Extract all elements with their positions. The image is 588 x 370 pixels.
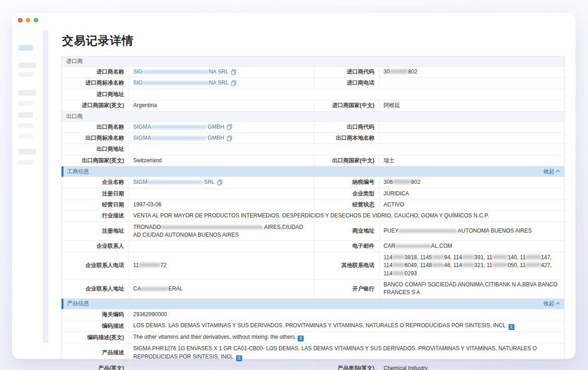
- field-value: 阿根廷: [379, 100, 564, 111]
- copy-icon[interactable]: [227, 124, 232, 130]
- chevron-up-icon: [556, 170, 560, 174]
- maximize-window-icon[interactable]: [34, 18, 38, 23]
- window-controls: [18, 18, 38, 23]
- field-label: 企业名称: [62, 177, 129, 188]
- field-label: 进口商标准名称: [62, 78, 129, 88]
- table-row: 进口商地址: [62, 89, 564, 100]
- minimize-window-icon[interactable]: [26, 18, 30, 23]
- field-value: JURIDICA: [379, 188, 564, 199]
- table-row: 进口商标准名称 SIGxxxxxxxxxxxxxxxxxxxxxxxxNA SR…: [62, 78, 564, 89]
- field-label: 出口商本地名称: [314, 133, 379, 143]
- table-row: 进口商国家(英文) Argentina 进口商国家(中文) 阿根廷: [62, 100, 564, 111]
- table-row: 出口商地址: [62, 144, 564, 155]
- field-label: 编码描述: [62, 320, 129, 331]
- browser-window: 交易记录详情 进口商 进口商名称 SIGxxxxxxxxxxxxxxxxxxxx…: [12, 13, 576, 359]
- sidebar-item-placeholder[interactable]: [18, 112, 33, 118]
- company-name-link[interactable]: SIGMxxxxxxxxxxxxxxxxxxxx SRL: [133, 178, 222, 186]
- field-value: 11400003818, 1145000094, 1140000391, 110…: [379, 252, 564, 279]
- field-value: SIGMAxxxxxxxxxxxxxxxxxxxx GMBH: [129, 122, 314, 132]
- table-row: 出口商国家(英文) Switzerland 出口商国家(中文) 瑞士: [62, 155, 564, 166]
- section-title: 出口商: [66, 113, 83, 120]
- field-label: 海关编码: [62, 309, 129, 320]
- field-label: 企业类型: [314, 188, 379, 199]
- field-value: [379, 122, 564, 132]
- field-label: 出口商代码: [314, 122, 379, 132]
- field-label: 进口商代码: [314, 67, 379, 77]
- table-row: 出口商标准名称 SIGMAxxxxxxxxxxxxxxxxxxxx GMBH 出…: [62, 133, 564, 144]
- field-label: 经营状态: [314, 199, 379, 210]
- copy-icon[interactable]: [227, 136, 232, 141]
- sidebar-item-placeholder[interactable]: [18, 101, 33, 106]
- field-label: 其他联系电话: [314, 252, 379, 279]
- exporter-name-link[interactable]: SIGMAxxxxxxxxxxxxxxxxxxxx GMBH: [133, 123, 232, 131]
- sidebar-divider: [43, 30, 48, 343]
- collapse-button[interactable]: 收起: [543, 300, 560, 307]
- field-value: [379, 133, 564, 143]
- section-header-importer: 进口商: [62, 57, 564, 67]
- table-row: 注册地址 TRONADOxxxxxxxxxxxxxxxxxxxxxxxxxxxx…: [62, 222, 564, 241]
- page-title: 交易记录详情: [62, 33, 565, 48]
- field-value: [129, 241, 314, 251]
- field-label: 出口商名称: [62, 122, 129, 132]
- field-value: SIGMAxxxxxxxxxxxxxxxxxxxx GMBH: [129, 133, 314, 143]
- table-row: 经营日期 1997-03-06 经营状态 ACTIVO: [62, 199, 564, 211]
- sidebar-item-placeholder[interactable]: [18, 72, 33, 77]
- table-row: 企业联系人电话 11000000072 其他联系电话 11400003818, …: [62, 252, 564, 279]
- field-label: 出口商国家(中文): [314, 155, 379, 166]
- field-label: 纳税编号: [314, 177, 379, 188]
- field-label: 企业联系人地址: [62, 279, 129, 298]
- sidebar-item-placeholder[interactable]: [18, 63, 36, 68]
- field-value: SIGxxxxxxxxxxxxxxxxxxxxxxxxNA SRL: [129, 67, 314, 77]
- sidebar-item-active-placeholder[interactable]: [18, 45, 33, 51]
- table-row: 企业名称 SIGMxxxxxxxxxxxxxxxxxxxx SRL 纳税编号 3…: [62, 177, 564, 188]
- exporter-std-name-link[interactable]: SIGMAxxxxxxxxxxxxxxxxxxxx GMBH: [133, 134, 232, 142]
- table-row: 注册日期 企业类型 JURIDICA: [62, 188, 564, 199]
- close-window-icon[interactable]: [18, 18, 23, 23]
- collapse-button[interactable]: 收起: [543, 168, 560, 176]
- section-title: 工商信息: [67, 168, 89, 176]
- field-label: 出口商标准名称: [62, 133, 129, 143]
- table-row: 产品(英文) 产品类别(英文) Chemical Industry: [62, 363, 564, 370]
- copy-icon[interactable]: [231, 69, 236, 75]
- sidebar-item-placeholder[interactable]: [18, 149, 36, 154]
- sidebar-item-placeholder[interactable]: [18, 123, 33, 128]
- field-value: BANCO COMAFI SOCIEDAD ANONIMA,CITIBANK N…: [379, 279, 564, 298]
- table-row: 企业联系人 电子邮件 CARxxxxxxxxxxxxxAL.COM: [62, 241, 564, 252]
- table-row: 企业联系人地址 CAxxxxxxxxxxERAL 开户银行 BANCO COMA…: [62, 279, 564, 299]
- field-value: SIGMxxxxxxxxxxxxxxxxxxxx SRL: [129, 177, 314, 188]
- table-row: 出口商名称 SIGMAxxxxxxxxxxxxxxxxxxxx GMBH 出口商…: [62, 122, 564, 133]
- field-value: LOS DEMAS. LAS DEMAS VITAMINAS Y SUS DER…: [129, 320, 564, 331]
- field-value: Switzerland: [129, 155, 314, 166]
- field-label: 进口商电话: [314, 78, 379, 88]
- field-label: 进口商国家(英文): [62, 100, 129, 111]
- field-value: [129, 188, 314, 199]
- field-value: The other vitamins and their derivatives…: [129, 332, 564, 343]
- importer-std-name-link[interactable]: SIGxxxxxxxxxxxxxxxxxxxxxxxxNA SRL: [133, 79, 236, 87]
- copy-icon[interactable]: [217, 180, 222, 185]
- sidebar-item-placeholder[interactable]: [18, 160, 33, 165]
- field-label: 产品类别(英文): [314, 363, 379, 370]
- field-value: PUEYxxxxxxxxxxxxxxxxxxxxx AUTONOMA BUENO…: [379, 222, 564, 241]
- copy-icon[interactable]: [231, 80, 236, 86]
- table-row: 进口商名称 SIGxxxxxxxxxxxxxxxxxxxxxxxxNA SRL …: [62, 67, 564, 78]
- field-value: 30000000802: [379, 67, 564, 77]
- field-label: 行业描述: [62, 211, 129, 221]
- translate-icon[interactable]: 文: [298, 336, 304, 342]
- field-value: [379, 78, 564, 88]
- table-row: 海关编码 29362990000: [62, 309, 564, 320]
- field-label: 进口商地址: [62, 89, 129, 100]
- sidebar-item-placeholder[interactable]: [18, 90, 36, 96]
- translate-icon[interactable]: 文: [236, 355, 242, 361]
- field-value: 1997-03-06: [129, 199, 314, 210]
- field-value: CARxxxxxxxxxxxxxAL.COM: [379, 241, 564, 251]
- importer-name-link[interactable]: SIGxxxxxxxxxxxxxxxxxxxxxxxxNA SRL: [133, 68, 236, 76]
- field-value: ACTIVO: [379, 199, 564, 210]
- field-label: 进口商国家(中文): [314, 100, 379, 111]
- field-value: CAxxxxxxxxxxERAL: [129, 279, 314, 298]
- field-value: Chemical Industry: [379, 363, 564, 370]
- field-label: 开户银行: [314, 279, 379, 298]
- sidebar-item-placeholder[interactable]: [18, 134, 33, 138]
- detail-table: 进口商 进口商名称 SIGxxxxxxxxxxxxxxxxxxxxxxxxNA …: [61, 56, 565, 370]
- section-header-business: 工商信息 收起: [62, 166, 564, 177]
- translate-icon[interactable]: 文: [509, 324, 514, 330]
